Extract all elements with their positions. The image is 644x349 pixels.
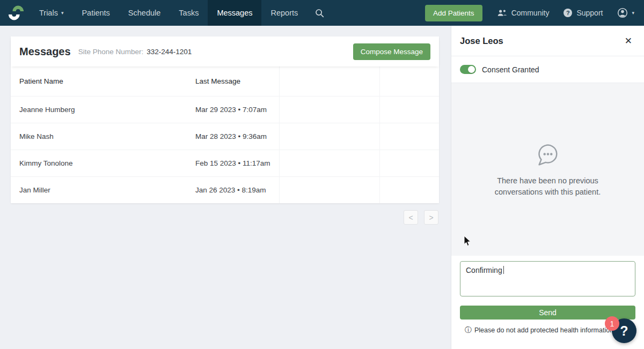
last-message-cell: Feb 15 2023 • 11:17am: [195, 159, 439, 167]
patient-name-cell: Kimmy Tonolone: [11, 159, 195, 167]
messages-table: Patient Name Last Message Jeanne Humberg…: [11, 66, 439, 203]
nav-item-tasks[interactable]: Tasks: [170, 0, 208, 26]
people-icon: [497, 9, 507, 17]
table-row[interactable]: Jan Miller Jan 26 2023 • 8:19am: [11, 176, 439, 203]
nav-item-patients[interactable]: Patients: [72, 0, 119, 26]
prev-page-button[interactable]: <: [404, 210, 418, 225]
patient-name-cell: Jan Miller: [11, 186, 195, 194]
messages-main: Messages Site Phone Number: 332-244-1201…: [0, 26, 451, 349]
help-button[interactable]: 1 ?: [612, 318, 636, 343]
chevron-down-icon: ▾: [632, 11, 634, 16]
main-nav: Trials ▾ Patients Schedule Tasks Message…: [30, 0, 332, 26]
page-title: Messages: [19, 46, 71, 58]
question-circle-icon: ?: [564, 9, 572, 17]
nav-label: Schedule: [128, 9, 160, 17]
site-phone-label: Site Phone Number:: [78, 48, 144, 56]
add-patients-button[interactable]: Add Patients: [425, 5, 482, 21]
nav-item-messages[interactable]: Messages: [208, 0, 261, 26]
table-row[interactable]: Jeanne Humberg Mar 29 2023 • 7:07am: [11, 96, 439, 123]
table-row[interactable]: Kimmy Tonolone Feb 15 2023 • 11:17am: [11, 150, 439, 176]
patient-name-cell: Mike Nash: [11, 132, 195, 140]
community-link[interactable]: Community: [497, 9, 550, 17]
text-cursor: [503, 266, 504, 274]
support-link[interactable]: ? Support: [564, 9, 603, 17]
nav-label: Messages: [217, 9, 252, 17]
last-message-cell: Mar 29 2023 • 7:07am: [195, 106, 439, 114]
community-label: Community: [511, 9, 550, 17]
chevron-down-icon: ▾: [61, 11, 64, 16]
empty-state-text: There have been no previous conversation…: [478, 175, 618, 197]
consent-row: Consent Granted: [451, 56, 644, 83]
consent-toggle[interactable]: [460, 65, 476, 74]
column-header-last-message: Last Message: [195, 77, 439, 85]
messages-card: Messages Site Phone Number: 332-244-1201…: [11, 36, 439, 203]
info-icon: ⓘ: [465, 325, 472, 335]
app-logo[interactable]: [9, 5, 24, 20]
avatar-icon: [617, 8, 628, 18]
account-menu[interactable]: ▾: [617, 8, 634, 18]
nav-item-schedule[interactable]: Schedule: [119, 0, 170, 26]
conversation-panel: Jose Leos ✕ Consent Granted There have b…: [451, 26, 644, 349]
column-header-patient-name: Patient Name: [11, 77, 195, 85]
table-row[interactable]: Mike Nash Mar 28 2023 • 9:36am: [11, 123, 439, 150]
notification-badge: 1: [605, 316, 619, 331]
compose-message-button[interactable]: Compose Message: [353, 43, 430, 60]
last-message-cell: Jan 26 2023 • 8:19am: [195, 186, 439, 194]
message-input-value: Confirming: [466, 266, 502, 274]
nav-item-trials[interactable]: Trials ▾: [30, 0, 72, 26]
next-page-button[interactable]: >: [424, 210, 438, 225]
support-label: Support: [576, 9, 603, 17]
table-header-row: Patient Name Last Message: [11, 66, 439, 96]
speech-bubble-icon: [535, 142, 561, 172]
navbar-right-group: Add Patients Community ? Support ▾: [425, 5, 634, 21]
toggle-knob: [468, 66, 475, 73]
patient-name-title: Jose Leos: [460, 36, 503, 46]
messages-card-header: Messages Site Phone Number: 332-244-1201…: [11, 36, 439, 66]
question-mark-icon: ?: [620, 323, 628, 339]
site-phone-number: 332-244-1201: [147, 48, 192, 56]
conversation-panel-header: Jose Leos ✕: [451, 26, 644, 56]
nav-item-reports[interactable]: Reports: [261, 0, 307, 26]
nav-label: Tasks: [179, 9, 199, 17]
search-icon: [315, 9, 324, 18]
conversation-thread: There have been no previous conversation…: [451, 83, 644, 256]
consent-label: Consent Granted: [482, 65, 539, 74]
empty-state: There have been no previous conversation…: [478, 142, 618, 198]
search-button[interactable]: [307, 0, 332, 26]
nav-label: Trials: [39, 9, 58, 17]
top-navbar: Trials ▾ Patients Schedule Tasks Message…: [0, 0, 644, 26]
close-icon[interactable]: ✕: [621, 34, 635, 48]
nav-label: Patients: [82, 9, 109, 17]
nav-label: Reports: [270, 9, 298, 17]
pagination: < >: [404, 210, 438, 225]
patient-name-cell: Jeanne Humberg: [11, 106, 195, 114]
last-message-cell: Mar 28 2023 • 9:36am: [195, 132, 439, 140]
message-input[interactable]: Confirming: [460, 261, 635, 296]
logo-icon: [9, 5, 24, 20]
